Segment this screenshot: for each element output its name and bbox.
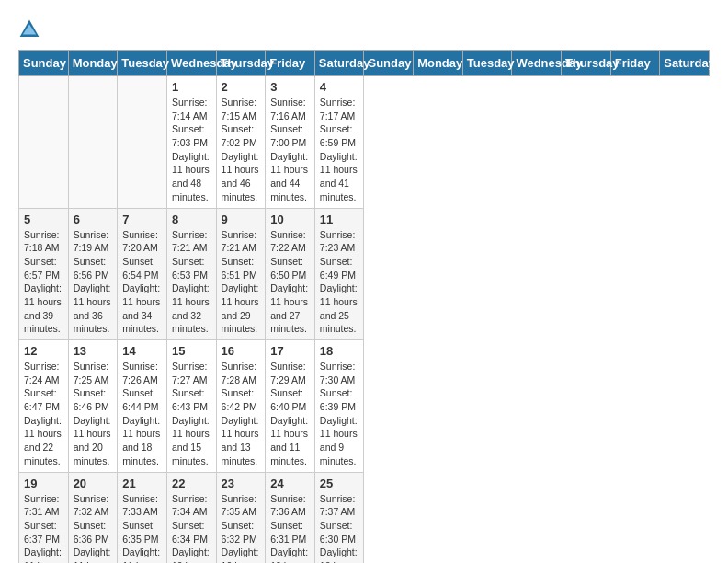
day-info: Sunrise: 7:22 AM Sunset: 6:50 PM Dayligh… bbox=[270, 228, 310, 337]
header-sunday: Sunday bbox=[364, 51, 414, 76]
day-number: 7 bbox=[122, 213, 162, 226]
week-row-2: 12Sunrise: 7:24 AM Sunset: 6:47 PM Dayli… bbox=[19, 340, 710, 473]
week-row-1: 5Sunrise: 7:18 AM Sunset: 6:57 PM Daylig… bbox=[19, 208, 710, 340]
day-number: 20 bbox=[74, 477, 113, 490]
header-wednesday: Wednesday bbox=[166, 51, 216, 76]
day-number: 14 bbox=[122, 344, 162, 358]
logo-icon bbox=[18, 18, 40, 40]
day-number: 18 bbox=[320, 344, 359, 358]
header-sunday: Sunday bbox=[19, 51, 69, 76]
day-info: Sunrise: 7:28 AM Sunset: 6:42 PM Dayligh… bbox=[222, 360, 261, 468]
calendar-cell: 24Sunrise: 7:36 AM Sunset: 6:31 PM Dayli… bbox=[266, 472, 315, 563]
day-info: Sunrise: 7:30 AM Sunset: 6:39 PM Dayligh… bbox=[320, 360, 359, 468]
page-header bbox=[18, 18, 710, 40]
logo bbox=[18, 18, 44, 40]
calendar-cell: 1Sunrise: 7:14 AM Sunset: 7:03 PM Daylig… bbox=[166, 76, 216, 209]
header-saturday: Saturday bbox=[660, 51, 710, 76]
day-number: 8 bbox=[172, 213, 211, 226]
calendar-cell: 17Sunrise: 7:29 AM Sunset: 6:40 PM Dayli… bbox=[266, 340, 315, 473]
calendar-cell: 5Sunrise: 7:18 AM Sunset: 6:57 PM Daylig… bbox=[19, 208, 69, 340]
calendar-cell: 11Sunrise: 7:23 AM Sunset: 6:49 PM Dayli… bbox=[314, 208, 364, 340]
day-info: Sunrise: 7:23 AM Sunset: 6:49 PM Dayligh… bbox=[320, 228, 359, 337]
day-info: Sunrise: 7:36 AM Sunset: 6:31 PM Dayligh… bbox=[270, 492, 310, 564]
day-info: Sunrise: 7:31 AM Sunset: 6:37 PM Dayligh… bbox=[24, 492, 63, 564]
day-info: Sunrise: 7:19 AM Sunset: 6:56 PM Dayligh… bbox=[74, 228, 113, 337]
day-info: Sunrise: 7:35 AM Sunset: 6:32 PM Dayligh… bbox=[222, 492, 261, 564]
day-number: 23 bbox=[222, 477, 261, 490]
day-info: Sunrise: 7:25 AM Sunset: 6:46 PM Dayligh… bbox=[74, 360, 113, 468]
header-friday: Friday bbox=[266, 51, 315, 76]
day-info: Sunrise: 7:27 AM Sunset: 6:43 PM Dayligh… bbox=[172, 360, 211, 468]
week-row-3: 19Sunrise: 7:31 AM Sunset: 6:37 PM Dayli… bbox=[19, 472, 710, 563]
calendar-cell: 12Sunrise: 7:24 AM Sunset: 6:47 PM Dayli… bbox=[19, 340, 69, 473]
calendar-cell: 9Sunrise: 7:21 AM Sunset: 6:51 PM Daylig… bbox=[216, 208, 266, 340]
day-info: Sunrise: 7:37 AM Sunset: 6:30 PM Dayligh… bbox=[320, 492, 359, 564]
calendar-cell: 8Sunrise: 7:21 AM Sunset: 6:53 PM Daylig… bbox=[166, 208, 216, 340]
calendar-cell: 16Sunrise: 7:28 AM Sunset: 6:42 PM Dayli… bbox=[216, 340, 266, 473]
calendar-cell: 13Sunrise: 7:25 AM Sunset: 6:46 PM Dayli… bbox=[68, 340, 118, 473]
calendar-cell bbox=[19, 76, 69, 209]
header-tuesday: Tuesday bbox=[118, 51, 167, 76]
day-number: 25 bbox=[320, 477, 359, 490]
day-info: Sunrise: 7:17 AM Sunset: 6:59 PM Dayligh… bbox=[320, 96, 359, 204]
day-number: 12 bbox=[24, 344, 63, 358]
day-info: Sunrise: 7:21 AM Sunset: 6:51 PM Dayligh… bbox=[222, 228, 261, 337]
calendar-cell: 7Sunrise: 7:20 AM Sunset: 6:54 PM Daylig… bbox=[118, 208, 167, 340]
calendar-cell bbox=[68, 76, 118, 209]
day-info: Sunrise: 7:14 AM Sunset: 7:03 PM Dayligh… bbox=[172, 96, 211, 204]
calendar-table: SundayMondayTuesdayWednesdayThursdayFrid… bbox=[18, 50, 710, 563]
day-number: 22 bbox=[172, 477, 211, 490]
day-number: 21 bbox=[122, 477, 162, 490]
calendar-cell: 14Sunrise: 7:26 AM Sunset: 6:44 PM Dayli… bbox=[118, 340, 167, 473]
calendar-cell bbox=[118, 76, 167, 209]
header-saturday: Saturday bbox=[314, 51, 364, 76]
day-number: 24 bbox=[270, 477, 310, 490]
day-info: Sunrise: 7:20 AM Sunset: 6:54 PM Dayligh… bbox=[122, 228, 162, 337]
calendar-cell: 19Sunrise: 7:31 AM Sunset: 6:37 PM Dayli… bbox=[19, 472, 69, 563]
calendar-cell: 2Sunrise: 7:15 AM Sunset: 7:02 PM Daylig… bbox=[216, 76, 266, 209]
day-number: 9 bbox=[222, 213, 261, 226]
calendar-cell: 20Sunrise: 7:32 AM Sunset: 6:36 PM Dayli… bbox=[68, 472, 118, 563]
day-info: Sunrise: 7:21 AM Sunset: 6:53 PM Dayligh… bbox=[172, 228, 211, 337]
calendar-cell: 25Sunrise: 7:37 AM Sunset: 6:30 PM Dayli… bbox=[314, 472, 364, 563]
header-monday: Monday bbox=[414, 51, 463, 76]
header-monday: Monday bbox=[68, 51, 118, 76]
day-number: 19 bbox=[24, 477, 63, 490]
day-number: 10 bbox=[270, 213, 310, 226]
day-number: 15 bbox=[172, 344, 211, 358]
day-number: 4 bbox=[320, 80, 359, 94]
calendar-cell: 18Sunrise: 7:30 AM Sunset: 6:39 PM Dayli… bbox=[314, 340, 364, 473]
header-wednesday: Wednesday bbox=[512, 51, 562, 76]
header-thursday: Thursday bbox=[562, 51, 611, 76]
calendar-cell: 23Sunrise: 7:35 AM Sunset: 6:32 PM Dayli… bbox=[216, 472, 266, 563]
day-number: 16 bbox=[222, 344, 261, 358]
calendar-cell: 15Sunrise: 7:27 AM Sunset: 6:43 PM Dayli… bbox=[166, 340, 216, 473]
header-thursday: Thursday bbox=[216, 51, 266, 76]
header-friday: Friday bbox=[610, 51, 660, 76]
day-info: Sunrise: 7:33 AM Sunset: 6:35 PM Dayligh… bbox=[122, 492, 162, 564]
calendar-cell: 6Sunrise: 7:19 AM Sunset: 6:56 PM Daylig… bbox=[68, 208, 118, 340]
day-number: 5 bbox=[24, 213, 63, 226]
day-info: Sunrise: 7:26 AM Sunset: 6:44 PM Dayligh… bbox=[122, 360, 162, 468]
day-number: 3 bbox=[270, 80, 310, 94]
day-info: Sunrise: 7:18 AM Sunset: 6:57 PM Dayligh… bbox=[24, 228, 63, 337]
calendar-cell: 10Sunrise: 7:22 AM Sunset: 6:50 PM Dayli… bbox=[266, 208, 315, 340]
calendar-cell: 3Sunrise: 7:16 AM Sunset: 7:00 PM Daylig… bbox=[266, 76, 315, 209]
calendar-cell: 4Sunrise: 7:17 AM Sunset: 6:59 PM Daylig… bbox=[314, 76, 364, 209]
day-info: Sunrise: 7:32 AM Sunset: 6:36 PM Dayligh… bbox=[74, 492, 113, 564]
calendar-cell: 21Sunrise: 7:33 AM Sunset: 6:35 PM Dayli… bbox=[118, 472, 167, 563]
day-number: 17 bbox=[270, 344, 310, 358]
header-tuesday: Tuesday bbox=[462, 51, 512, 76]
calendar-cell: 22Sunrise: 7:34 AM Sunset: 6:34 PM Dayli… bbox=[166, 472, 216, 563]
day-info: Sunrise: 7:29 AM Sunset: 6:40 PM Dayligh… bbox=[270, 360, 310, 468]
day-number: 11 bbox=[320, 213, 359, 226]
day-info: Sunrise: 7:15 AM Sunset: 7:02 PM Dayligh… bbox=[222, 96, 261, 204]
week-row-0: 1Sunrise: 7:14 AM Sunset: 7:03 PM Daylig… bbox=[19, 76, 710, 209]
day-number: 6 bbox=[74, 213, 113, 226]
calendar-header-row: SundayMondayTuesdayWednesdayThursdayFrid… bbox=[19, 51, 710, 76]
day-number: 2 bbox=[222, 80, 261, 94]
day-number: 1 bbox=[172, 80, 211, 94]
day-number: 13 bbox=[74, 344, 113, 358]
day-info: Sunrise: 7:16 AM Sunset: 7:00 PM Dayligh… bbox=[270, 96, 310, 204]
day-info: Sunrise: 7:34 AM Sunset: 6:34 PM Dayligh… bbox=[172, 492, 211, 564]
